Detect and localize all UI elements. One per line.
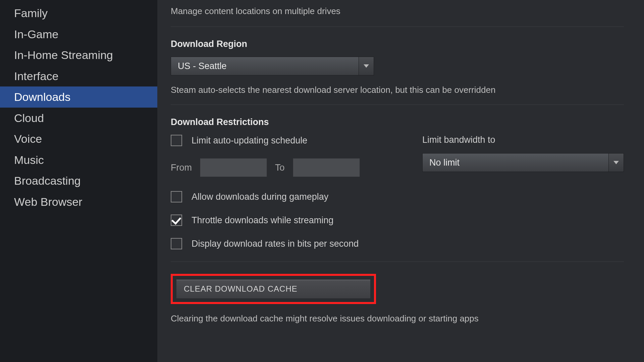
sidebar-item-web-browser[interactable]: Web Browser [0,191,157,213]
svg-marker-0 [364,64,369,68]
download-region-value: US - Seattle [171,57,359,75]
sidebar-item-in-game[interactable]: In-Game [0,24,157,45]
sidebar-item-downloads[interactable]: Downloads [0,86,157,108]
sidebar-item-cloud[interactable]: Cloud [0,108,157,129]
to-time-input[interactable] [293,158,360,177]
sidebar-item-voice[interactable]: Voice [0,128,157,149]
restrictions-left-column: Limit auto-updating schedule From To [171,135,392,191]
download-region-hint: Steam auto-selects the nearest download … [171,85,624,95]
sidebar-item-interface[interactable]: Interface [0,66,157,87]
dropdown-arrow-icon [608,153,624,172]
allow-downloads-gameplay-label: Allow downloads during gameplay [192,192,328,202]
display-bits-row: Display download rates in bits per secon… [171,238,624,249]
throttle-streaming-checkbox[interactable] [171,215,182,226]
schedule-time-row: From To [171,158,392,177]
bandwidth-value: No limit [422,153,608,172]
limit-bandwidth-title: Limit bandwidth to [422,135,624,145]
dropdown-arrow-icon [359,57,374,75]
clear-download-cache-button[interactable]: CLEAR DOWNLOAD CACHE [176,279,371,299]
clear-cache-hint: Clearing the download cache might resolv… [171,313,624,324]
restrictions-row: Limit auto-updating schedule From To Lim… [171,135,624,191]
from-time-input[interactable] [200,158,267,177]
divider [171,105,624,105]
to-label: To [275,163,285,173]
sidebar-item-in-home-streaming[interactable]: In-Home Streaming [0,45,157,66]
sidebar-item-broadcasting[interactable]: Broadcasting [0,170,157,191]
download-region-title: Download Region [171,39,624,49]
throttle-streaming-label: Throttle downloads while streaming [192,215,333,226]
downloads-panel: Manage content locations on multiple dri… [157,0,644,362]
from-label: From [171,163,192,173]
annotation-highlight: CLEAR DOWNLOAD CACHE [171,274,376,304]
download-region-dropdown[interactable]: US - Seattle [171,57,374,75]
divider [171,26,624,27]
display-bits-checkbox[interactable] [171,238,182,249]
restrictions-right-column: Limit bandwidth to No limit [422,135,624,181]
settings-window: Family In-Game In-Home Streaming Interfa… [0,0,644,362]
settings-sidebar: Family In-Game In-Home Streaming Interfa… [0,0,157,362]
download-restrictions-title: Download Restrictions [171,117,624,127]
clear-cache-section: CLEAR DOWNLOAD CACHE Clearing the downlo… [171,274,624,324]
sidebar-item-family[interactable]: Family [0,3,157,24]
allow-downloads-gameplay-checkbox[interactable] [171,191,182,202]
limit-schedule-label: Limit auto-updating schedule [192,135,307,146]
limit-schedule-row: Limit auto-updating schedule [171,135,392,146]
content-locations-description: Manage content locations on multiple dri… [171,6,624,16]
allow-downloads-gameplay-row: Allow downloads during gameplay [171,191,624,202]
bandwidth-dropdown[interactable]: No limit [422,153,624,172]
divider [171,261,624,262]
throttle-streaming-row: Throttle downloads while streaming [171,215,624,226]
sidebar-item-music[interactable]: Music [0,149,157,171]
svg-marker-1 [613,161,619,164]
display-bits-label: Display download rates in bits per secon… [192,239,359,249]
limit-schedule-checkbox[interactable] [171,135,182,146]
